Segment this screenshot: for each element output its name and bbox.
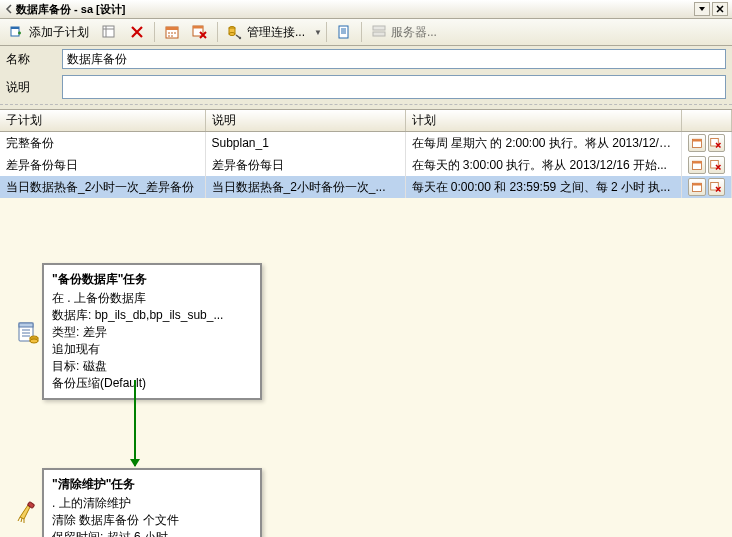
- cell-subplan: 差异备份每日: [0, 154, 205, 176]
- schedule-delete-button[interactable]: [708, 134, 726, 152]
- desc-label: 说明: [6, 79, 62, 96]
- svg-point-10: [239, 37, 241, 39]
- name-row: 名称: [0, 46, 732, 72]
- svg-rect-2: [103, 26, 114, 37]
- col-desc[interactable]: 说明: [205, 110, 405, 132]
- servers-button[interactable]: 服务器...: [366, 20, 442, 44]
- calendar-delete-icon: [192, 24, 208, 40]
- grid-header-row: 子计划 说明 计划: [0, 110, 732, 132]
- svg-rect-15: [692, 139, 701, 141]
- delete-subplan-button[interactable]: [124, 20, 150, 44]
- schedule-edit-button[interactable]: [688, 134, 706, 152]
- svg-rect-13: [373, 32, 385, 36]
- schedule-delete-button[interactable]: [708, 156, 726, 174]
- svg-point-9: [229, 33, 235, 36]
- subplan-grid: 子计划 说明 计划 完整备份 Subplan_1 在每周 星期六 的 2:00:…: [0, 109, 732, 198]
- titlebar: 数据库备份 - sa [设计]: [0, 0, 732, 19]
- tab-chevron-left-icon[interactable]: [4, 4, 14, 14]
- schedule-delete-button[interactable]: [708, 178, 726, 196]
- schedule-edit-button[interactable]: [688, 178, 706, 196]
- cell-subplan: 当日数据热备_2小时一次_差异备份: [0, 176, 205, 198]
- subplan-props-icon: [101, 24, 117, 40]
- desc-input[interactable]: [62, 75, 726, 99]
- task-line: 备份压缩(Default): [52, 375, 252, 392]
- svg-rect-4: [166, 27, 178, 30]
- calendar-icon: [164, 24, 180, 40]
- cell-schedule: 在每天的 3:00:00 执行。将从 2013/12/16 开始...: [405, 154, 682, 176]
- close-button[interactable]: [712, 2, 728, 16]
- task-title: "备份数据库"任务: [52, 271, 252, 288]
- cleanup-icon: [16, 499, 40, 523]
- report-icon: [336, 24, 352, 40]
- window-title: 数据库备份 - sa [设计]: [16, 2, 125, 17]
- svg-point-27: [30, 339, 38, 343]
- add-subplan-icon: [9, 24, 25, 40]
- task-line: 目标: 磁盘: [52, 358, 252, 375]
- svg-rect-21: [692, 183, 701, 185]
- dropdown-button[interactable]: [694, 2, 710, 16]
- backup-db-icon: [16, 320, 40, 344]
- task-maintenance-cleanup[interactable]: "清除维护"任务 . 上的清除维护 清除 数据库备份 个文件 保留时间: 超过 …: [42, 468, 262, 537]
- table-row[interactable]: 完整备份 Subplan_1 在每周 星期六 的 2:00:00 执行。将从 2…: [0, 132, 732, 155]
- task-title: "清除维护"任务: [52, 476, 252, 493]
- col-subplan[interactable]: 子计划: [0, 110, 205, 132]
- cell-desc: 当日数据热备_2小时备份一次_...: [205, 176, 405, 198]
- connector-success[interactable]: [134, 380, 136, 466]
- name-input[interactable]: [62, 49, 726, 69]
- task-line: 数据库: bp_ils_db,bp_ils_sub_...: [52, 307, 252, 324]
- col-actions: [682, 110, 732, 132]
- task-line: . 上的清除维护: [52, 495, 252, 512]
- design-window: 数据库备份 - sa [设计] 添加子计划: [0, 0, 732, 537]
- task-line: 类型: 差异: [52, 324, 252, 341]
- svg-rect-18: [692, 161, 701, 163]
- task-line: 清除 数据库备份 个文件: [52, 512, 252, 529]
- servers-label: 服务器...: [391, 24, 437, 41]
- name-label: 名称: [6, 51, 62, 68]
- calendar-props-button[interactable]: [159, 20, 185, 44]
- cell-subplan: 完整备份: [0, 132, 205, 155]
- report-options-button[interactable]: [331, 20, 357, 44]
- calendar-delete-button[interactable]: [187, 20, 213, 44]
- cell-schedule: 在每周 星期六 的 2:00:00 执行。将从 2013/12/1...: [405, 132, 682, 155]
- task-line: 在 . 上备份数据库: [52, 290, 252, 307]
- svg-rect-11: [339, 26, 348, 38]
- svg-rect-6: [193, 26, 203, 29]
- svg-rect-24: [19, 323, 33, 327]
- col-schedule[interactable]: 计划: [405, 110, 682, 132]
- subplan-props-button[interactable]: [96, 20, 122, 44]
- task-line: 保留时间: 超过 6 小时: [52, 529, 252, 537]
- manage-connections-button[interactable]: 管理连接...: [222, 20, 310, 44]
- svg-rect-1: [11, 27, 19, 29]
- cell-schedule: 每天在 0:00:00 和 23:59:59 之间、每 2 小时 执...: [405, 176, 682, 198]
- add-subplan-label: 添加子计划: [29, 24, 89, 41]
- design-canvas[interactable]: "备份数据库"任务 在 . 上备份数据库 数据库: bp_ils_db,bp_i…: [0, 198, 732, 537]
- desc-row: 说明: [0, 72, 732, 102]
- manage-connections-label: 管理连接...: [247, 24, 305, 41]
- svg-rect-12: [373, 26, 385, 30]
- cell-desc: 差异备份每日: [205, 154, 405, 176]
- task-backup-database[interactable]: "备份数据库"任务 在 . 上备份数据库 数据库: bp_ils_db,bp_i…: [42, 263, 262, 400]
- delete-icon: [129, 24, 145, 40]
- servers-icon: [371, 24, 387, 40]
- table-row[interactable]: 差异备份每日 差异备份每日 在每天的 3:00:00 执行。将从 2013/12…: [0, 154, 732, 176]
- cell-desc: Subplan_1: [205, 132, 405, 155]
- arrow-down-icon: [130, 459, 140, 467]
- chevron-down-icon[interactable]: ▼: [314, 28, 322, 37]
- toolbar: 添加子计划 管理连接...: [0, 19, 732, 46]
- schedule-edit-button[interactable]: [688, 156, 706, 174]
- connections-icon: [227, 24, 243, 40]
- task-line: 追加现有: [52, 341, 252, 358]
- table-row[interactable]: 当日数据热备_2小时一次_差异备份 当日数据热备_2小时备份一次_... 每天在…: [0, 176, 732, 198]
- add-subplan-button[interactable]: 添加子计划: [4, 20, 94, 44]
